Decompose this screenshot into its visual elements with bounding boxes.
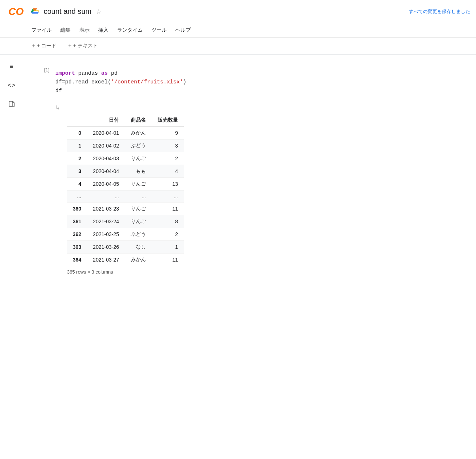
menu-help[interactable]: ヘルプ — [172, 25, 194, 36]
table-row: 3642021-03-27みかん11 — [67, 254, 184, 266]
cell-date: 2020-04-02 — [87, 140, 125, 152]
keyword-import: import — [55, 70, 75, 76]
cell-index: 3 — [67, 165, 87, 178]
cell-date: 2021-03-24 — [87, 215, 125, 228]
cell-index: 360 — [67, 203, 87, 215]
menu-tools[interactable]: ツール — [148, 25, 170, 36]
sidebar-icon-code[interactable]: <> — [6, 79, 17, 91]
code-line-1: import pandas as pd — [55, 69, 461, 78]
sidebar-icon-files[interactable] — [6, 98, 17, 110]
menu-insert[interactable]: 挿入 — [95, 25, 112, 36]
header: CO count and sum ☆ すべての変更を保存しました — [0, 0, 476, 23]
cell-qty: 11 — [152, 254, 184, 266]
plus-icon: + — [32, 43, 35, 49]
cell-item: ぶどう — [125, 228, 152, 241]
cell-qty: 4 — [152, 165, 184, 178]
col-header-date: 日付 — [87, 114, 125, 127]
code-text-pd: pd — [111, 70, 118, 76]
code-text-pandas: pandas — [78, 70, 101, 76]
cell-date: 2020-04-05 — [87, 178, 125, 191]
cell-item: りんご — [125, 152, 152, 165]
cell-qty: 1 — [152, 241, 184, 254]
cell-date: 2021-03-25 — [87, 228, 125, 241]
cell-index: 4 — [67, 178, 87, 191]
col-header-item: 商品名 — [125, 114, 152, 127]
cell-date: 2020-04-04 — [87, 165, 125, 178]
google-drive-icon — [31, 7, 39, 16]
col-header-qty: 販売数量 — [152, 114, 184, 127]
cell-qty: 3 — [152, 140, 184, 152]
code-close-paren: ) — [183, 79, 186, 85]
cell-item: なし — [125, 241, 152, 254]
code-block[interactable]: import pandas as pd df=pd.read_excel('/c… — [55, 66, 461, 98]
table-row: 22020-04-03りんご2 — [67, 152, 184, 165]
add-code-button[interactable]: + + コード — [28, 40, 61, 51]
toolbar: + + コード + + テキスト — [0, 38, 476, 55]
table-row: 02020-04-01みかん9 — [67, 127, 184, 140]
code-line-3: df — [55, 87, 461, 95]
cell-date: ... — [87, 191, 125, 203]
cell-qty: 11 — [152, 203, 184, 215]
menu-edit[interactable]: 編集 — [57, 25, 74, 36]
cell-index: 362 — [67, 228, 87, 241]
code-line-2: df=pd.read_excel('/content/fruits.xlsx') — [55, 78, 461, 87]
cell-date: 2021-03-23 — [87, 203, 125, 215]
plus-icon-text: + — [68, 43, 71, 49]
table-row: ............ — [67, 191, 184, 203]
output-area: ↳ 日付 商品名 販売数量 02020-04-01みかん912020-04-02… — [55, 104, 461, 275]
sidebar-icon-menu[interactable]: ≡ — [6, 60, 17, 72]
cell-qty: 9 — [152, 127, 184, 140]
cell-item: りんご — [125, 178, 152, 191]
dataframe-table: 日付 商品名 販売数量 02020-04-01みかん912020-04-02ぶど… — [67, 114, 184, 266]
table-row: 3632021-03-26なし1 — [67, 241, 184, 254]
code-cell: [1] import pandas as pd df=pd.read_excel… — [38, 66, 461, 275]
cell-item: もも — [125, 165, 152, 178]
star-icon[interactable]: ☆ — [96, 8, 102, 16]
cell-index: ... — [67, 191, 87, 203]
cell-item: みかん — [125, 254, 152, 266]
cell-qty: 8 — [152, 215, 184, 228]
cell-index: 2 — [67, 152, 87, 165]
add-text-label: + テキスト — [73, 43, 98, 49]
cell-item: りんご — [125, 203, 152, 215]
cell-item: りんご — [125, 215, 152, 228]
cell-qty: 2 — [152, 152, 184, 165]
table-row: 42020-04-05りんご13 — [67, 178, 184, 191]
menubar: ファイル 編集 表示 挿入 ランタイム ツール ヘルプ — [0, 23, 476, 38]
table-row: 32020-04-04もも4 — [67, 165, 184, 178]
output-expand-icon[interactable]: ↳ — [55, 104, 461, 111]
sidebar: ≡ <> — [0, 55, 23, 458]
cell-index: 361 — [67, 215, 87, 228]
table-row: 3602021-03-23りんご11 — [67, 203, 184, 215]
row-count: 365 rows × 3 columns — [67, 269, 461, 275]
table-row: 12020-04-02ぶどう3 — [67, 140, 184, 152]
menu-file[interactable]: ファイル — [28, 25, 55, 36]
cell-qty: ... — [152, 191, 184, 203]
cell-index: 0 — [67, 127, 87, 140]
cell-item: ... — [125, 191, 152, 203]
table-row: 3612021-03-24りんご8 — [67, 215, 184, 228]
col-header-index — [67, 114, 87, 127]
menu-runtime[interactable]: ランタイム — [114, 25, 146, 36]
cell-index: 364 — [67, 254, 87, 266]
cell-date: 2021-03-27 — [87, 254, 125, 266]
doc-title: count and sum — [44, 7, 91, 16]
main-layout: ≡ <> [1] import pandas as pd — [0, 55, 476, 458]
cell-number: [1] — [38, 66, 49, 275]
add-text-button[interactable]: + + テキスト — [64, 40, 102, 51]
cell-date: 2020-04-01 — [87, 127, 125, 140]
menu-view[interactable]: 表示 — [76, 25, 93, 36]
content-area: [1] import pandas as pd df=pd.read_excel… — [23, 55, 476, 458]
add-code-label: + コード — [37, 43, 56, 49]
cell-qty: 13 — [152, 178, 184, 191]
cell-index: 363 — [67, 241, 87, 254]
cell-item: みかん — [125, 127, 152, 140]
svg-rect-0 — [9, 101, 13, 106]
cell-date: 2021-03-26 — [87, 241, 125, 254]
code-df-assign: df=pd.read_excel( — [55, 79, 111, 85]
cell-date: 2020-04-03 — [87, 152, 125, 165]
cell-item: ぶどう — [125, 140, 152, 152]
code-df: df — [55, 88, 62, 94]
cell-qty: 2 — [152, 228, 184, 241]
table-row: 3622021-03-25ぶどう2 — [67, 228, 184, 241]
